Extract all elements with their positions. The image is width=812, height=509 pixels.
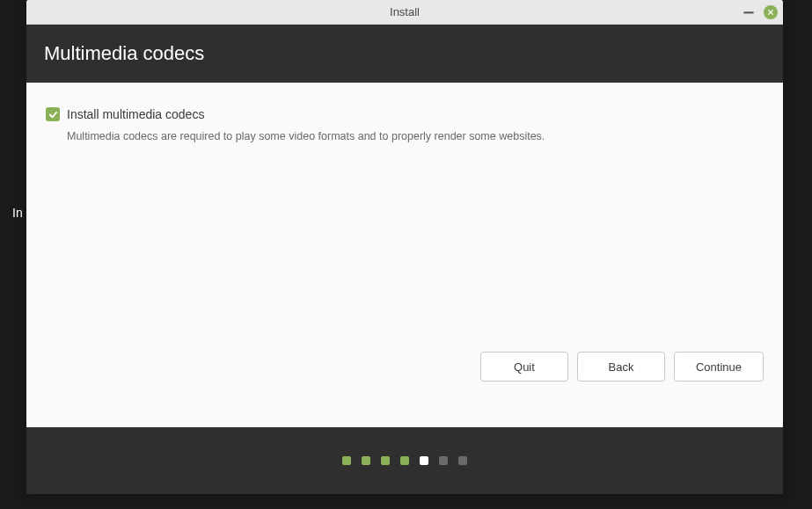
progress-dot-3 — [381, 456, 390, 465]
titlebar: Install — [26, 0, 783, 25]
minimize-button[interactable] — [743, 6, 755, 18]
back-button[interactable]: Back — [577, 352, 665, 382]
progress-dot-2 — [362, 456, 370, 465]
progress-dot-6 — [439, 456, 448, 465]
codecs-description: Multimedia codecs are required to play s… — [67, 130, 764, 142]
install-codecs-label[interactable]: Install multimedia codecs — [67, 107, 204, 121]
header-band: Multimedia codecs — [26, 25, 783, 83]
background-text: In — [12, 206, 23, 220]
quit-button[interactable]: Quit — [480, 352, 568, 382]
check-icon — [48, 110, 58, 120]
content-area: Install multimedia codecs Multimedia cod… — [26, 83, 783, 427]
progress-dot-7 — [458, 456, 467, 465]
progress-dot-5 — [420, 456, 428, 465]
install-codecs-row: Install multimedia codecs — [46, 107, 764, 121]
window-title: Install — [390, 5, 420, 18]
progress-footer — [26, 427, 783, 494]
page-title: Multimedia codecs — [44, 42, 204, 65]
progress-dot-4 — [400, 456, 409, 465]
close-icon — [767, 9, 774, 16]
progress-dot-1 — [342, 456, 351, 465]
continue-button[interactable]: Continue — [674, 352, 764, 382]
minimize-icon — [743, 6, 755, 18]
install-codecs-checkbox[interactable] — [46, 107, 60, 121]
titlebar-controls — [743, 0, 778, 25]
svg-rect-0 — [743, 11, 753, 13]
button-bar: Quit Back Continue — [480, 352, 764, 382]
installer-window: Install Multimedia codecs Instal — [26, 0, 783, 494]
close-button[interactable] — [764, 5, 778, 19]
